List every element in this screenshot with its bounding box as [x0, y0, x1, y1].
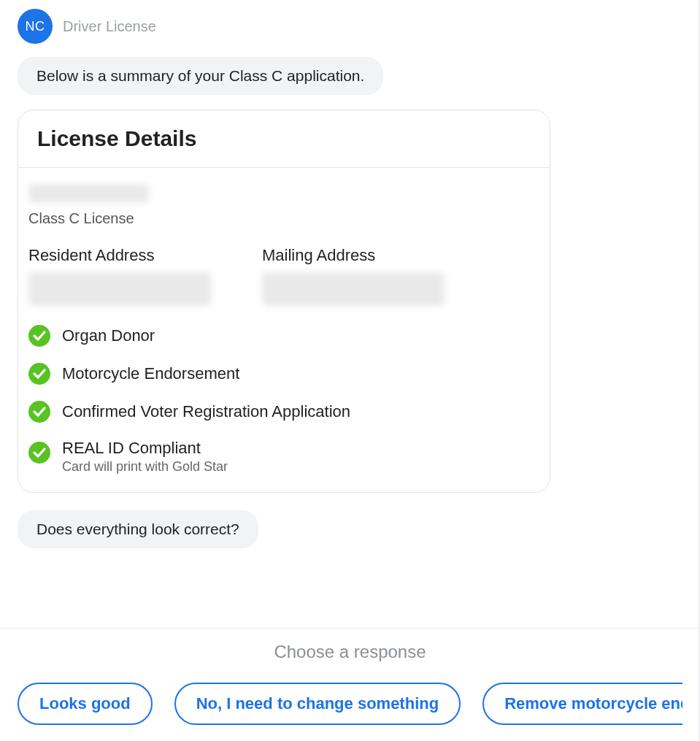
redacted-name [28, 184, 149, 203]
check-icon [28, 363, 50, 385]
response-prompt: Choose a response [18, 642, 682, 662]
check-icon [28, 401, 50, 423]
license-type: Class C License [28, 210, 539, 227]
feature-real-id: REAL ID Compliant Card will print with G… [28, 439, 539, 475]
feature-label: Confirmed Voter Registration Application [62, 402, 350, 421]
check-icon [28, 325, 50, 347]
svg-point-1 [28, 363, 50, 385]
license-details-card: License Details Class C License Resident… [18, 110, 550, 493]
check-icon [28, 442, 50, 464]
card-title: License Details [37, 126, 531, 151]
feature-organ-donor: Organ Donor [28, 325, 539, 347]
redacted-mailing-address [262, 272, 445, 306]
svg-point-0 [28, 325, 50, 347]
response-button-row: Looks good No, I need to change somethin… [18, 683, 682, 725]
message-intro: Below is a summary of your Class C appli… [18, 57, 383, 95]
change-something-button[interactable]: No, I need to change something [174, 683, 461, 725]
feature-label: REAL ID Compliant [62, 439, 228, 458]
avatar-initials: NC [26, 19, 45, 34]
looks-good-button[interactable]: Looks good [18, 683, 153, 725]
feature-label: Organ Donor [62, 326, 155, 345]
feature-list: Organ Donor Motorcycle Endorsement Confi… [28, 325, 539, 475]
remove-motorcycle-button[interactable]: Remove motorcycle endorsement [482, 683, 682, 725]
response-bar: Choose a response Looks good No, I need … [0, 628, 700, 741]
feature-motorcycle: Motorcycle Endorsement [28, 363, 539, 385]
redacted-resident-address [28, 272, 211, 306]
avatar: NC [18, 9, 53, 44]
mailing-address-label: Mailing Address [262, 246, 445, 265]
resident-address-label: Resident Address [28, 246, 211, 265]
feature-voter-registration: Confirmed Voter Registration Application [28, 401, 539, 423]
svg-point-3 [28, 442, 50, 464]
message-confirm: Does everything look correct? [18, 510, 258, 548]
page-title: Driver License [63, 18, 156, 35]
chat-header: NC Driver License [18, 9, 682, 44]
resident-address-block: Resident Address [28, 246, 211, 306]
feature-subtext: Card will print with Gold Star [62, 459, 228, 475]
card-header: License Details [18, 110, 550, 168]
feature-label: Motorcycle Endorsement [62, 364, 239, 383]
mailing-address-block: Mailing Address [262, 246, 445, 306]
svg-point-2 [28, 401, 50, 423]
